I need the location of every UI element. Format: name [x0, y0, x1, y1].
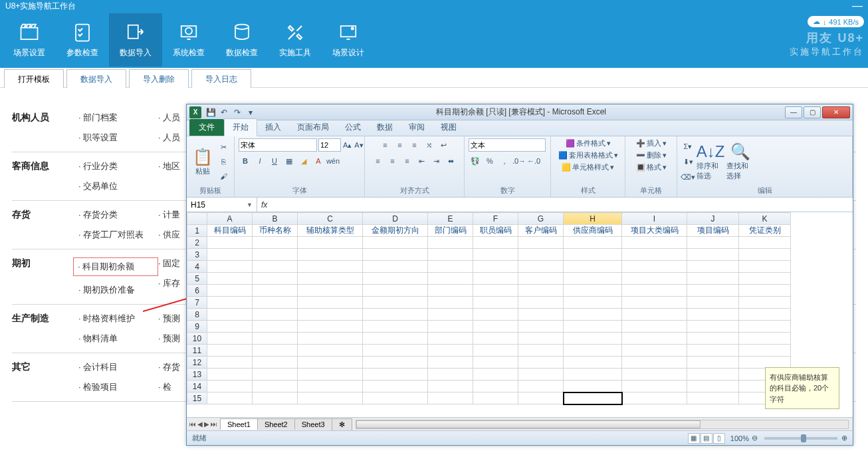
cell-G8[interactable]	[518, 309, 564, 321]
cell-H13[interactable]	[564, 369, 622, 381]
row-header-9[interactable]: 9	[187, 321, 207, 333]
cell-B2[interactable]	[253, 237, 298, 249]
cell-J10[interactable]	[687, 333, 739, 345]
cell-H12[interactable]	[564, 357, 622, 369]
cell-I15[interactable]	[622, 392, 687, 404]
cell-J6[interactable]	[687, 285, 739, 297]
ribbon-scene-design[interactable]: 场景设计	[322, 13, 375, 67]
cell-G11[interactable]	[518, 345, 564, 357]
delete-cells-button[interactable]: ➖删除▾	[636, 150, 667, 160]
col-header-J[interactable]: J	[687, 213, 739, 225]
col-header-D[interactable]: D	[363, 213, 428, 225]
cell-E13[interactable]	[428, 369, 473, 381]
table-format-button[interactable]: 🟦套用表格格式▾	[558, 150, 618, 160]
cell-I5[interactable]	[622, 273, 687, 285]
excel-titlebar[interactable]: X 💾 ↶ ↷ ▾ 科目期初余额 [只读] [兼容模式] - Microsoft…	[187, 104, 853, 120]
col-header-B[interactable]: B	[253, 213, 298, 225]
cell-G1[interactable]: 客户编码	[518, 225, 564, 237]
cell-C9[interactable]	[298, 321, 363, 333]
cell-K5[interactable]	[739, 273, 791, 285]
row-header-12[interactable]: 12	[187, 357, 207, 369]
cell-D12[interactable]	[363, 357, 428, 369]
cell-F1[interactable]: 职员编码	[473, 225, 518, 237]
cell-B1[interactable]: 币种名称	[253, 225, 298, 237]
cell-H5[interactable]	[564, 273, 622, 285]
cell-G12[interactable]	[518, 357, 564, 369]
link-schedule[interactable]: 时格资料维护	[78, 313, 158, 325]
col-header-F[interactable]: F	[473, 213, 518, 225]
row-header-14[interactable]: 14	[187, 381, 207, 392]
cell-B9[interactable]	[253, 321, 298, 333]
cell-A5[interactable]	[207, 273, 253, 285]
cell-J13[interactable]	[687, 369, 739, 381]
ribbon-param-check[interactable]: 参数检查	[56, 13, 109, 67]
cell-F3[interactable]	[473, 249, 518, 261]
cell-D5[interactable]	[363, 273, 428, 285]
select-all-corner[interactable]	[187, 213, 207, 225]
col-header-G[interactable]: G	[518, 213, 564, 225]
fill-color-button[interactable]: ◢	[297, 154, 310, 168]
cell-J15[interactable]	[687, 392, 739, 404]
cell-A11[interactable]	[207, 345, 253, 357]
cell-F9[interactable]	[473, 321, 518, 333]
cell-K8[interactable]	[739, 309, 791, 321]
cell-D3[interactable]	[363, 249, 428, 261]
comma-icon[interactable]: ,	[498, 154, 511, 168]
cell-J14[interactable]	[687, 381, 739, 392]
zoom-in-button[interactable]: ⊕	[841, 434, 847, 442]
indent-dec-icon[interactable]: ⇤	[415, 154, 429, 168]
cell-E12[interactable]	[428, 357, 473, 369]
sheet-tab-new[interactable]: ✻	[332, 418, 352, 430]
clear-icon[interactable]: ⌫▾	[681, 170, 695, 184]
cell-A7[interactable]	[207, 297, 253, 309]
ribbon-data-check[interactable]: 数据检查	[215, 13, 269, 67]
cell-A14[interactable]	[207, 381, 253, 392]
align-top-icon[interactable]: ≡	[379, 138, 392, 152]
format-painter-icon[interactable]: 🖌	[217, 170, 230, 183]
font-color-button[interactable]: A	[312, 154, 325, 168]
currency-icon[interactable]: 💱	[469, 154, 482, 168]
cell-G9[interactable]	[518, 321, 564, 333]
cell-J5[interactable]	[687, 273, 739, 285]
cell-C11[interactable]	[298, 345, 363, 357]
cell-D13[interactable]	[363, 369, 428, 381]
autosum-icon[interactable]: Σ▾	[681, 140, 695, 153]
menu-file[interactable]: 文件	[189, 119, 224, 136]
sheet-nav-next-icon[interactable]: ▶	[204, 420, 209, 428]
cell-A6[interactable]	[207, 285, 253, 297]
cell-K11[interactable]	[739, 345, 791, 357]
cell-H4[interactable]	[564, 261, 622, 273]
excel-close-button[interactable]: ✕	[822, 106, 850, 118]
cell-style-button[interactable]: 🟨单元格样式▾	[562, 162, 614, 172]
row-header-3[interactable]: 3	[187, 249, 207, 261]
cell-I9[interactable]	[622, 321, 687, 333]
cell-E1[interactable]: 部门编码	[428, 225, 473, 237]
bold-button[interactable]: B	[239, 154, 252, 168]
cell-E11[interactable]	[428, 345, 473, 357]
align-right-icon[interactable]: ≡	[401, 154, 414, 168]
cell-C7[interactable]	[298, 297, 363, 309]
cell-J3[interactable]	[687, 249, 739, 261]
spreadsheet-grid[interactable]: ABCDEFGHIJK1科目编码币种名称辅助核算类型金额期初方向部门编码职员编码…	[187, 212, 853, 417]
decrease-font-icon[interactable]: A▾	[354, 138, 364, 152]
cell-I3[interactable]	[622, 249, 687, 261]
menu-layout[interactable]: 页面布局	[289, 119, 337, 136]
cell-F4[interactable]	[473, 261, 518, 273]
cell-C15[interactable]	[298, 392, 363, 404]
dec-decimal-icon[interactable]: ←.0	[527, 154, 540, 168]
cell-C12[interactable]	[298, 357, 363, 369]
app-minimize-button[interactable]: —	[852, 0, 863, 12]
cell-I10[interactable]	[622, 333, 687, 345]
copy-icon[interactable]: ⎘	[217, 155, 230, 168]
link-subject-init-balance[interactable]: 科目期初余额	[78, 261, 134, 271]
cell-I4[interactable]	[622, 261, 687, 273]
row-header-11[interactable]: 11	[187, 345, 207, 357]
cell-F7[interactable]	[473, 297, 518, 309]
cell-F15[interactable]	[473, 392, 518, 404]
cell-I1[interactable]: 项目大类编码	[622, 225, 687, 237]
font-name-select[interactable]	[239, 138, 317, 152]
cell-K6[interactable]	[739, 285, 791, 297]
qat-undo-icon[interactable]: ↶	[218, 106, 230, 118]
cell-A15[interactable]	[207, 392, 253, 404]
col-header-I[interactable]: I	[622, 213, 687, 225]
